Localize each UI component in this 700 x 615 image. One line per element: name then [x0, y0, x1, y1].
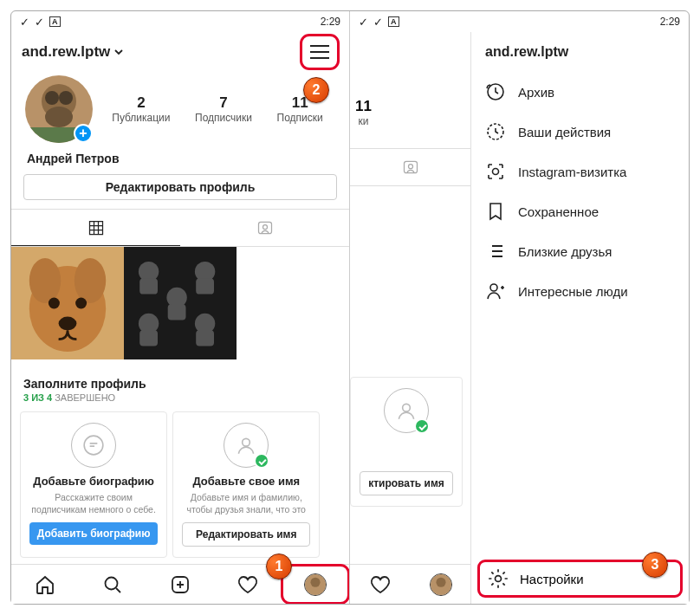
bottom-nav	[11, 564, 349, 604]
status-icons-left: ✓✓A	[20, 16, 61, 29]
menu-saved[interactable]: Сохраненное	[471, 191, 689, 231]
svg-point-40	[490, 284, 497, 291]
card-name: ктировать имя	[350, 377, 463, 507]
gear-icon	[487, 567, 509, 590]
photo-2[interactable]	[124, 247, 237, 363]
home-icon	[35, 574, 55, 595]
tab-tagged[interactable]	[180, 210, 349, 246]
svg-point-39	[493, 169, 499, 175]
complete-progress: 3 ИЗ 4 ЗАВЕРШЕНО	[11, 392, 349, 411]
tab-tagged[interactable]	[350, 149, 471, 185]
card-bio-desc: Расскажите своим подписчикам немного о с…	[29, 491, 158, 515]
nametag-icon	[485, 161, 506, 182]
svg-point-3	[59, 91, 73, 105]
card-name: Добавьте свое имя Добавьте имя и фамилию…	[172, 411, 320, 558]
tagged-icon	[256, 219, 274, 236]
svg-rect-23	[196, 330, 214, 346]
bookmark-icon	[485, 201, 506, 222]
svg-point-4	[45, 107, 73, 127]
menu-archive[interactable]: Архив	[471, 72, 689, 112]
svg-point-2	[45, 91, 59, 105]
search-icon	[102, 574, 123, 595]
card-bio: Добавьте биографию Расскажите своим подп…	[20, 411, 167, 558]
menu-activity[interactable]: Ваши действия	[471, 112, 689, 152]
card-name-desc: Добавьте имя и фамилию, чтобы друзья зна…	[182, 491, 310, 515]
svg-rect-19	[196, 278, 214, 294]
grid-icon	[88, 219, 105, 236]
activity-icon	[485, 121, 506, 142]
svg-rect-25	[168, 304, 186, 320]
add-story-icon[interactable]: +	[74, 124, 93, 143]
menu-close-friends[interactable]: Близкие друзья	[471, 231, 689, 271]
svg-point-11	[75, 258, 106, 303]
status-time: 2:29	[660, 16, 680, 28]
annotation-badge-1: 1	[266, 554, 292, 579]
hamburger-icon	[310, 45, 329, 59]
stat-posts[interactable]: 2Публикации	[112, 94, 170, 124]
nav-likes[interactable]	[350, 565, 411, 604]
phone-right: ✓✓A 2:29 ктировать имя	[350, 11, 689, 604]
chevron-down-icon	[113, 47, 124, 57]
svg-rect-6	[258, 222, 271, 233]
nav-add[interactable]	[146, 565, 214, 604]
stat-followers[interactable]: 7Подписчики	[195, 94, 252, 124]
nav-profile[interactable]	[411, 565, 471, 604]
hamburger-menu-button[interactable]	[301, 35, 339, 69]
svg-point-28	[106, 577, 118, 589]
svg-point-36	[436, 577, 445, 586]
svg-point-27	[243, 438, 250, 446]
avatar-icon	[430, 573, 452, 596]
heart-icon	[237, 574, 258, 595]
add-person-icon	[485, 281, 506, 301]
svg-rect-21	[139, 330, 158, 346]
status-time: 2:29	[321, 16, 340, 28]
photo-1[interactable]	[11, 247, 124, 363]
tab-grid[interactable]	[11, 210, 180, 246]
annotation-badge-2: 2	[303, 77, 329, 103]
nav-home[interactable]	[11, 565, 79, 604]
photo-empty	[237, 247, 349, 363]
phone-left: ✓✓A 2:29 and.rew.lptw 2	[11, 11, 350, 604]
status-icons-left: ✓✓A	[359, 16, 399, 29]
svg-rect-17	[139, 278, 158, 294]
tagged-icon	[402, 159, 419, 176]
list-icon	[485, 241, 506, 262]
card-bio-title: Добавьте биографию	[29, 475, 158, 488]
svg-point-41	[496, 576, 502, 582]
svg-point-34	[403, 404, 411, 411]
svg-point-7	[262, 225, 267, 230]
stat-following-trunc: 11 ки	[355, 98, 372, 127]
name-icon	[224, 423, 269, 468]
avatar-icon	[304, 573, 327, 596]
svg-rect-32	[405, 161, 418, 172]
drawer-title: and.rew.lptw	[471, 32, 689, 72]
menu-nametag[interactable]: Instagram-визитка	[471, 152, 689, 191]
menu-discover[interactable]: Интересные люди	[471, 271, 689, 311]
card-name-title: Добавьте свое имя	[182, 475, 310, 488]
edit-profile-button[interactable]: Редактировать профиль	[23, 174, 337, 200]
status-bar: ✓✓A 2:29	[350, 11, 689, 32]
bio-icon	[71, 423, 116, 468]
svg-point-10	[29, 258, 61, 303]
archive-icon	[485, 81, 506, 102]
plus-square-icon	[170, 574, 191, 595]
name-icon	[384, 388, 429, 433]
edit-name-button[interactable]: ктировать имя	[360, 471, 453, 495]
svg-point-33	[409, 165, 413, 169]
svg-point-12	[49, 298, 60, 309]
heart-icon	[370, 574, 391, 595]
profile-avatar[interactable]: +	[25, 75, 93, 143]
svg-point-31	[310, 577, 320, 586]
profile-username[interactable]: and.rew.lptw	[22, 43, 124, 61]
photo-grid	[11, 247, 349, 363]
nav-profile[interactable]	[282, 565, 349, 604]
edit-name-button[interactable]: Редактировать имя	[182, 522, 310, 547]
add-bio-button[interactable]: Добавить биографию	[29, 522, 158, 545]
svg-point-13	[75, 298, 87, 309]
side-drawer: and.rew.lptw Архив Ваши действия Instagr…	[470, 32, 689, 604]
complete-title: Заполните профиль	[11, 363, 349, 392]
status-bar: ✓✓A 2:29	[11, 11, 349, 32]
svg-point-14	[59, 317, 77, 331]
nav-search[interactable]	[79, 565, 146, 604]
display-name: Андрей Петров	[11, 152, 349, 174]
